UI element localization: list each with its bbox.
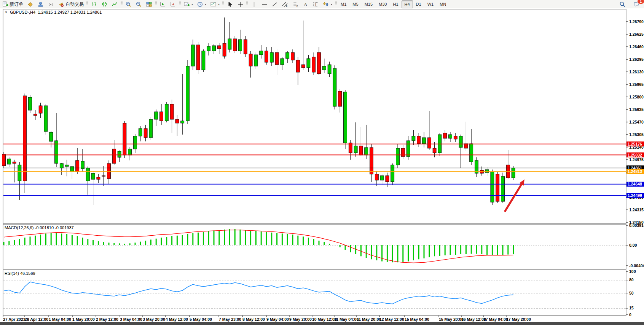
candle-body — [370, 147, 373, 174]
channel-button[interactable]: E — [280, 0, 290, 8]
date-axis-label: 10 May 12:00 — [312, 317, 337, 322]
hline-button[interactable] — [259, 0, 269, 8]
candle-body — [296, 60, 300, 72]
candle-body — [270, 52, 273, 62]
candle-body — [412, 136, 415, 141]
chevron-down-icon: ▾ — [331, 3, 332, 6]
cursor-button[interactable] — [225, 0, 235, 8]
candle-body — [2, 154, 6, 166]
toolbar-right: 1 — [617, 0, 644, 8]
trendline-button[interactable] — [269, 0, 280, 8]
candle-body — [380, 176, 384, 180]
candle-body — [202, 51, 205, 70]
candle-body — [354, 146, 357, 153]
date-axis-label: 15 May 04:00 — [405, 317, 429, 322]
candle-body — [301, 65, 305, 68]
candle-body — [170, 104, 174, 119]
auto-scroll-button[interactable] — [158, 0, 168, 8]
timeframe-d1-button[interactable]: D1 — [413, 0, 424, 8]
rsi-axis-label: 0 — [629, 312, 631, 317]
vline-button[interactable] — [249, 0, 259, 8]
chevron-down-icon: ▾ — [218, 3, 220, 6]
candle-body — [223, 43, 226, 56]
chat-button[interactable]: 1 — [631, 0, 642, 8]
rsi-axis-label: 80 — [629, 277, 634, 282]
candle-body — [44, 106, 48, 132]
svg-text:A: A — [304, 2, 308, 7]
chart-shift-button[interactable] — [168, 0, 178, 8]
timeframe-m30-button[interactable]: M30 — [376, 0, 390, 8]
zoom-in-button[interactable] — [123, 0, 134, 8]
line-chart-button[interactable] — [110, 0, 120, 8]
chart-canvas[interactable]: ▼ GBPUSD-,H4 1.24915 1.24927 1.24831 1.2… — [0, 8, 644, 325]
date-axis-label: 28 Apr 12:00 — [25, 317, 48, 322]
toolbar-group-divider — [155, 1, 157, 7]
candle-body — [175, 119, 179, 123]
signal-button[interactable] — [46, 0, 56, 8]
price-axis-label: 1.25800 — [629, 95, 644, 99]
rsi-indicator-label: RSI(14) 46.1569 — [5, 271, 35, 276]
timeframe-m5-button[interactable]: M5 — [349, 0, 361, 8]
candle-body — [49, 132, 53, 141]
candle-body — [512, 168, 515, 178]
rsi-axis-label: 15 — [629, 306, 634, 310]
candle-body — [386, 176, 389, 182]
candle-body — [18, 165, 21, 181]
date-axis-label: 27 Apr 2023 — [3, 317, 26, 322]
candle-body — [70, 166, 74, 172]
candle-body — [33, 114, 37, 116]
candle-body — [123, 123, 126, 155]
zoom-out-button[interactable] — [134, 0, 144, 8]
candle-body — [501, 176, 505, 201]
candle-body — [191, 45, 194, 66]
candle-body — [102, 176, 105, 176]
crosshair-button[interactable] — [235, 0, 245, 8]
candle-body — [291, 52, 295, 60]
candle-body — [281, 59, 284, 65]
timeframe-w1-button[interactable]: W1 — [424, 0, 437, 8]
profile-button[interactable] — [35, 0, 46, 8]
timeframe-h1-button[interactable]: H1 — [390, 0, 401, 8]
macd-pane — [3, 224, 626, 269]
new-order-button[interactable]: 新订单 — [0, 0, 25, 8]
bar-chart-button[interactable] — [89, 0, 99, 8]
date-axis-label: 9 May 04:00 — [266, 317, 289, 322]
label-button[interactable]: T — [311, 0, 321, 8]
template-button[interactable]: ▾ — [208, 0, 222, 8]
candle-body — [338, 91, 342, 106]
candle-body — [228, 39, 231, 49]
period-button[interactable]: ▾ — [195, 0, 208, 8]
autotrade-button[interactable]: 自动交易 — [56, 0, 86, 8]
candle-body — [181, 121, 184, 123]
candle-body — [155, 112, 158, 119]
shapes-button[interactable]: ▾ — [321, 0, 334, 8]
candle-body — [427, 138, 431, 148]
candle-body — [333, 68, 336, 106]
candle-body — [65, 165, 69, 166]
timeframe-m1-button[interactable]: M1 — [338, 0, 349, 8]
search-icon[interactable] — [617, 0, 628, 8]
macd-axis-label: -0.004049 — [629, 263, 644, 268]
tile-windows-button[interactable] — [144, 0, 154, 8]
deposit-button[interactable] — [25, 0, 35, 8]
date-axis-label: 9 May 20:00 — [289, 317, 312, 322]
candle-body — [491, 172, 494, 202]
candle-body — [260, 51, 263, 55]
text-button[interactable]: A — [300, 0, 311, 8]
candle-chart-button[interactable] — [99, 0, 110, 8]
timeframe-h4-button[interactable]: H4 — [402, 0, 413, 8]
price-chart-svg[interactable]: 1.267901.266251.264601.262951.261301.259… — [0, 8, 644, 325]
fibonacci-button[interactable]: F — [290, 0, 300, 8]
timeframe-mn-button[interactable]: MN — [437, 0, 449, 8]
candle-body — [186, 66, 190, 121]
candle-body — [39, 106, 42, 113]
trading-platform-window: 新订单自动交易▾▾▾EFAT▾M1M5M15M30H1H4D1W1MN 1 ▼ … — [0, 0, 644, 325]
candle-body — [401, 148, 405, 157]
candle-body — [317, 52, 321, 74]
new-chart-button[interactable]: ▾ — [182, 0, 195, 8]
timeframe-m15-button[interactable]: M15 — [362, 0, 376, 8]
date-axis-label: 11 May 04:00 — [334, 317, 359, 322]
rsi-axis-label: 100 — [629, 269, 636, 274]
collapse-chart-icon[interactable]: ▼ — [5, 11, 8, 14]
candle-body — [375, 174, 378, 180]
